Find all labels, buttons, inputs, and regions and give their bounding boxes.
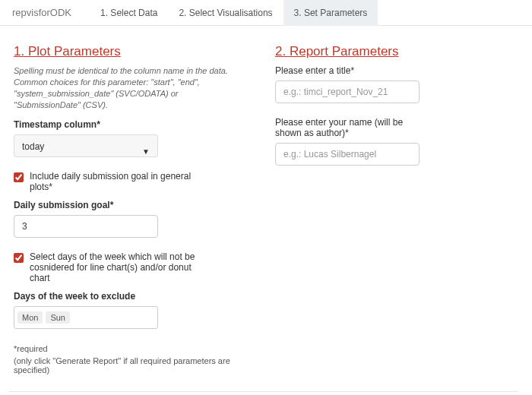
tab-set-parameters[interactable]: 3. Set Parameters bbox=[283, 0, 378, 26]
timestamp-value: today bbox=[22, 141, 44, 152]
footnote-note: (only click "Generate Report" if all req… bbox=[14, 356, 257, 374]
title-label: Please enter a title* bbox=[275, 65, 518, 76]
footnote-required: *required bbox=[14, 344, 257, 353]
author-input[interactable] bbox=[275, 143, 420, 166]
divider bbox=[9, 391, 518, 392]
plot-help: Spelling must be identical to the column… bbox=[14, 65, 242, 110]
chip-sun[interactable]: Sun bbox=[46, 311, 70, 324]
include-goal-checkbox[interactable] bbox=[14, 172, 24, 182]
field-days-exclude: Days of the week to exclude Mon Sun bbox=[14, 291, 257, 329]
daily-goal-label: Daily submission goal* bbox=[14, 200, 257, 210]
generate-row: Generate report bbox=[0, 391, 532, 395]
exclude-days-checkbox[interactable] bbox=[14, 253, 24, 263]
plot-heading: 1. Plot Parameters bbox=[14, 44, 257, 59]
brand: repvisforODK bbox=[0, 7, 84, 18]
author-label: Please enter your name (will be shown as… bbox=[275, 117, 412, 138]
field-title: Please enter a title* bbox=[275, 65, 518, 103]
field-author: Please enter your name (will be shown as… bbox=[275, 117, 518, 166]
topbar: repvisforODK 1. Select Data 2. Select Vi… bbox=[0, 0, 532, 26]
tab-select-visualisations[interactable]: 2. Select Visualisations bbox=[168, 0, 283, 26]
caret-down-icon: ▼ bbox=[142, 141, 150, 163]
days-exclude-label: Days of the week to exclude bbox=[14, 291, 257, 302]
include-goal-label: Include daily submission goal in general… bbox=[30, 171, 211, 192]
exclude-days-label: Select days of the week which will not b… bbox=[30, 251, 211, 283]
field-daily-goal: Daily submission goal* bbox=[14, 200, 257, 238]
report-heading: 2. Report Parameters bbox=[275, 44, 518, 59]
daily-goal-input[interactable] bbox=[14, 215, 158, 238]
main: 1. Plot Parameters Spelling must be iden… bbox=[0, 26, 532, 382]
col-plot: 1. Plot Parameters Spelling must be iden… bbox=[14, 44, 257, 374]
title-input[interactable] bbox=[275, 81, 420, 103]
field-timestamp: Timestamp column* today ▼ bbox=[14, 119, 257, 157]
tab-select-data[interactable]: 1. Select Data bbox=[90, 0, 168, 26]
tabs: 1. Select Data 2. Select Visualisations … bbox=[90, 0, 378, 26]
chip-mon[interactable]: Mon bbox=[17, 311, 43, 324]
timestamp-label: Timestamp column* bbox=[14, 119, 257, 130]
col-report: 2. Report Parameters Please enter a titl… bbox=[275, 44, 518, 374]
exclude-days-row[interactable]: Select days of the week which will not b… bbox=[14, 251, 211, 283]
days-exclude-select[interactable]: Mon Sun bbox=[14, 306, 158, 329]
timestamp-select[interactable]: today ▼ bbox=[14, 134, 158, 157]
include-goal-row[interactable]: Include daily submission goal in general… bbox=[14, 171, 211, 192]
